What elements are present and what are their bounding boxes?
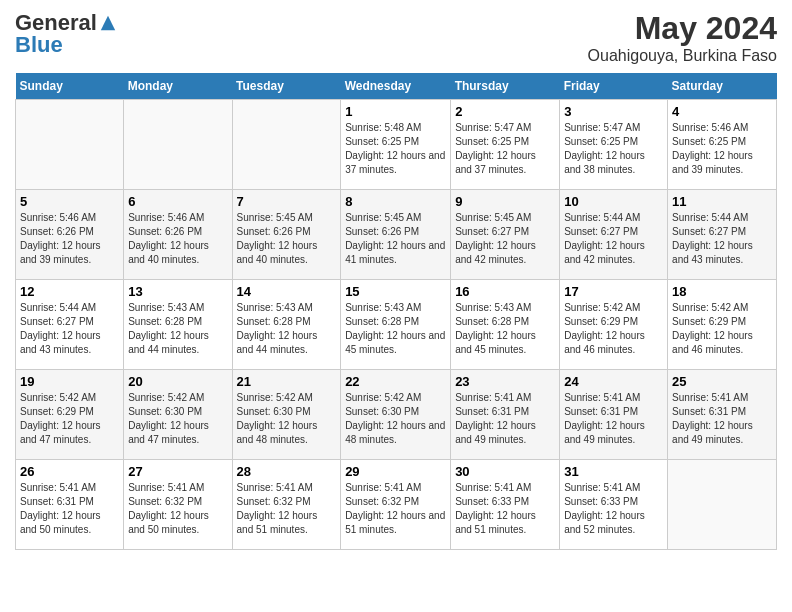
day-number: 25 [672,374,772,389]
day-number: 9 [455,194,555,209]
calendar-cell: 6Sunrise: 5:46 AM Sunset: 6:26 PM Daylig… [124,190,232,280]
day-number: 30 [455,464,555,479]
day-info: Sunrise: 5:42 AM Sunset: 6:29 PM Dayligh… [20,391,119,447]
day-info: Sunrise: 5:43 AM Sunset: 6:28 PM Dayligh… [128,301,227,357]
day-number: 18 [672,284,772,299]
calendar-week-row: 19Sunrise: 5:42 AM Sunset: 6:29 PM Dayli… [16,370,777,460]
day-number: 3 [564,104,663,119]
logo-blue-text: Blue [15,32,63,58]
day-number: 19 [20,374,119,389]
logo: General Blue [15,10,117,58]
calendar-cell: 5Sunrise: 5:46 AM Sunset: 6:26 PM Daylig… [16,190,124,280]
calendar-cell [124,100,232,190]
calendar-cell: 20Sunrise: 5:42 AM Sunset: 6:30 PM Dayli… [124,370,232,460]
header: General Blue May 2024 Ouahigouya, Burkin… [15,10,777,65]
day-info: Sunrise: 5:41 AM Sunset: 6:33 PM Dayligh… [455,481,555,537]
day-info: Sunrise: 5:45 AM Sunset: 6:27 PM Dayligh… [455,211,555,267]
day-number: 23 [455,374,555,389]
calendar-cell: 10Sunrise: 5:44 AM Sunset: 6:27 PM Dayli… [560,190,668,280]
day-info: Sunrise: 5:47 AM Sunset: 6:25 PM Dayligh… [564,121,663,177]
logo-icon [99,14,117,32]
calendar-cell: 29Sunrise: 5:41 AM Sunset: 6:32 PM Dayli… [341,460,451,550]
calendar-cell: 8Sunrise: 5:45 AM Sunset: 6:26 PM Daylig… [341,190,451,280]
day-number: 10 [564,194,663,209]
day-number: 14 [237,284,337,299]
day-info: Sunrise: 5:42 AM Sunset: 6:30 PM Dayligh… [345,391,446,447]
day-number: 26 [20,464,119,479]
weekday-header-cell: Monday [124,73,232,100]
day-number: 11 [672,194,772,209]
day-info: Sunrise: 5:44 AM Sunset: 6:27 PM Dayligh… [672,211,772,267]
calendar-cell [16,100,124,190]
day-info: Sunrise: 5:42 AM Sunset: 6:29 PM Dayligh… [564,301,663,357]
day-number: 27 [128,464,227,479]
day-info: Sunrise: 5:45 AM Sunset: 6:26 PM Dayligh… [345,211,446,267]
day-number: 12 [20,284,119,299]
calendar-cell: 25Sunrise: 5:41 AM Sunset: 6:31 PM Dayli… [668,370,777,460]
calendar-cell: 27Sunrise: 5:41 AM Sunset: 6:32 PM Dayli… [124,460,232,550]
weekday-header-cell: Saturday [668,73,777,100]
day-number: 21 [237,374,337,389]
calendar-cell: 18Sunrise: 5:42 AM Sunset: 6:29 PM Dayli… [668,280,777,370]
day-info: Sunrise: 5:41 AM Sunset: 6:31 PM Dayligh… [455,391,555,447]
calendar-week-row: 12Sunrise: 5:44 AM Sunset: 6:27 PM Dayli… [16,280,777,370]
calendar-cell: 21Sunrise: 5:42 AM Sunset: 6:30 PM Dayli… [232,370,341,460]
day-number: 2 [455,104,555,119]
calendar-cell: 3Sunrise: 5:47 AM Sunset: 6:25 PM Daylig… [560,100,668,190]
weekday-header-cell: Sunday [16,73,124,100]
calendar-table: SundayMondayTuesdayWednesdayThursdayFrid… [15,73,777,550]
weekday-header-cell: Wednesday [341,73,451,100]
calendar-cell: 31Sunrise: 5:41 AM Sunset: 6:33 PM Dayli… [560,460,668,550]
day-info: Sunrise: 5:43 AM Sunset: 6:28 PM Dayligh… [237,301,337,357]
day-number: 29 [345,464,446,479]
day-number: 15 [345,284,446,299]
day-number: 6 [128,194,227,209]
calendar-cell: 30Sunrise: 5:41 AM Sunset: 6:33 PM Dayli… [451,460,560,550]
day-number: 1 [345,104,446,119]
day-info: Sunrise: 5:46 AM Sunset: 6:26 PM Dayligh… [20,211,119,267]
day-info: Sunrise: 5:42 AM Sunset: 6:30 PM Dayligh… [237,391,337,447]
day-info: Sunrise: 5:46 AM Sunset: 6:26 PM Dayligh… [128,211,227,267]
calendar-cell: 2Sunrise: 5:47 AM Sunset: 6:25 PM Daylig… [451,100,560,190]
weekday-header-row: SundayMondayTuesdayWednesdayThursdayFrid… [16,73,777,100]
weekday-header-cell: Thursday [451,73,560,100]
calendar-week-row: 26Sunrise: 5:41 AM Sunset: 6:31 PM Dayli… [16,460,777,550]
day-number: 8 [345,194,446,209]
day-number: 5 [20,194,119,209]
day-info: Sunrise: 5:44 AM Sunset: 6:27 PM Dayligh… [20,301,119,357]
day-info: Sunrise: 5:42 AM Sunset: 6:29 PM Dayligh… [672,301,772,357]
day-info: Sunrise: 5:47 AM Sunset: 6:25 PM Dayligh… [455,121,555,177]
day-number: 7 [237,194,337,209]
day-number: 16 [455,284,555,299]
day-info: Sunrise: 5:41 AM Sunset: 6:32 PM Dayligh… [345,481,446,537]
day-info: Sunrise: 5:45 AM Sunset: 6:26 PM Dayligh… [237,211,337,267]
day-info: Sunrise: 5:42 AM Sunset: 6:30 PM Dayligh… [128,391,227,447]
weekday-header-cell: Tuesday [232,73,341,100]
day-info: Sunrise: 5:41 AM Sunset: 6:33 PM Dayligh… [564,481,663,537]
weekday-header-cell: Friday [560,73,668,100]
calendar-body: 1Sunrise: 5:48 AM Sunset: 6:25 PM Daylig… [16,100,777,550]
calendar-cell: 11Sunrise: 5:44 AM Sunset: 6:27 PM Dayli… [668,190,777,280]
calendar-cell: 13Sunrise: 5:43 AM Sunset: 6:28 PM Dayli… [124,280,232,370]
calendar-cell [668,460,777,550]
calendar-cell: 22Sunrise: 5:42 AM Sunset: 6:30 PM Dayli… [341,370,451,460]
day-number: 24 [564,374,663,389]
day-number: 31 [564,464,663,479]
calendar-cell: 28Sunrise: 5:41 AM Sunset: 6:32 PM Dayli… [232,460,341,550]
day-info: Sunrise: 5:46 AM Sunset: 6:25 PM Dayligh… [672,121,772,177]
calendar-cell: 4Sunrise: 5:46 AM Sunset: 6:25 PM Daylig… [668,100,777,190]
day-number: 20 [128,374,227,389]
month-title: May 2024 [588,10,777,47]
day-info: Sunrise: 5:41 AM Sunset: 6:32 PM Dayligh… [237,481,337,537]
calendar-cell: 16Sunrise: 5:43 AM Sunset: 6:28 PM Dayli… [451,280,560,370]
calendar-week-row: 5Sunrise: 5:46 AM Sunset: 6:26 PM Daylig… [16,190,777,280]
day-number: 22 [345,374,446,389]
day-info: Sunrise: 5:41 AM Sunset: 6:31 PM Dayligh… [20,481,119,537]
day-number: 13 [128,284,227,299]
calendar-cell: 26Sunrise: 5:41 AM Sunset: 6:31 PM Dayli… [16,460,124,550]
day-info: Sunrise: 5:41 AM Sunset: 6:32 PM Dayligh… [128,481,227,537]
day-info: Sunrise: 5:41 AM Sunset: 6:31 PM Dayligh… [672,391,772,447]
calendar-cell: 17Sunrise: 5:42 AM Sunset: 6:29 PM Dayli… [560,280,668,370]
day-number: 4 [672,104,772,119]
calendar-cell [232,100,341,190]
